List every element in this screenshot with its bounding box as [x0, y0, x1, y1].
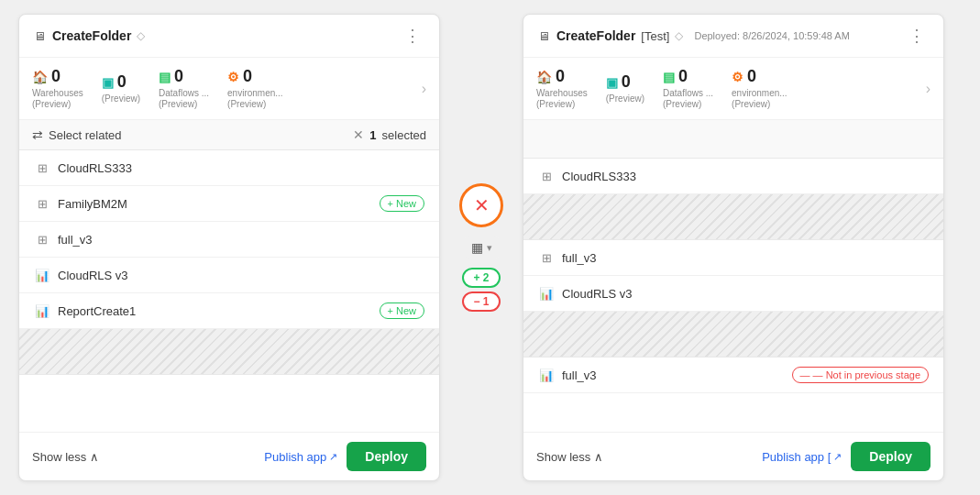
chevron-up-icon-left: ∧	[90, 450, 99, 464]
list-item[interactable]: 📊 CloudRLS v3	[19, 258, 439, 293]
item-name: CloudRLS333	[58, 161, 132, 175]
dataflows-icon-left: ▤	[159, 70, 171, 84]
deploy-button-left[interactable]: Deploy	[347, 442, 426, 471]
not-in-stage-label: — Not in previous stage	[813, 369, 920, 380]
right-panel-title-suffix: [Test]	[641, 29, 669, 43]
list-item[interactable]: ⊞ full_v3	[523, 240, 943, 276]
item-name: ReportCreate1	[58, 304, 136, 318]
plus-icon: +	[388, 305, 393, 316]
grid-icon: ⊞	[538, 249, 555, 266]
deploy-button-right[interactable]: Deploy	[851, 442, 930, 471]
left-panel-header: 🖥 CreateFolder ◇ ⋮	[19, 15, 439, 58]
show-less-button-right[interactable]: Show less ∧	[536, 450, 603, 464]
select-related-label: Select related	[49, 128, 122, 142]
env-icon-right: ⚙	[732, 70, 743, 84]
select-related-left: ⇄ Select related	[32, 127, 122, 142]
left-footer-right: Publish app ↗ Deploy	[264, 442, 426, 471]
right-list-items: ⊞ CloudRLS333 ⊞ full_v3 📊 CloudRLS v3	[523, 159, 943, 432]
item-name: full_v3	[562, 251, 597, 265]
selected-count: 1	[369, 128, 376, 142]
stat-preview-label-left: (Preview)	[102, 94, 140, 104]
list-item[interactable]: ⊞ CloudRLS333	[523, 159, 943, 194]
stat-preview-right: ▣ 0 (Preview)	[606, 72, 644, 104]
item-name: full_v3	[562, 368, 597, 382]
right-panel-menu-button[interactable]: ⋮	[903, 24, 930, 48]
stats-arrow-right[interactable]: ›	[926, 81, 930, 97]
publish-app-label-left: Publish app	[264, 450, 326, 464]
not-in-stage-badge: — — Not in previous stage	[792, 367, 929, 383]
list-item[interactable]: 📊 ReportCreate1 + New	[19, 293, 439, 329]
list-item[interactable]: ⊞ CloudRLS333	[19, 150, 439, 186]
add-badge: + 2	[462, 268, 500, 288]
right-panel-title-area: 🖥 CreateFolder [Test] ◇ Deployed: 8/26/2…	[536, 28, 850, 43]
stat-warehouses-left: 🏠 0 Warehouses(Preview)	[32, 67, 83, 110]
hatched-placeholder-right-2	[523, 312, 943, 358]
right-panel-footer: Show less ∧ Publish app [ ↗ Deploy	[523, 432, 943, 480]
select-related-bar: ⇄ Select related ✕ 1 selected	[19, 120, 439, 150]
show-less-button-left[interactable]: Show less ∧	[32, 450, 99, 464]
external-link-icon-left: ↗	[329, 451, 337, 463]
warehouse-icon-left: 🏠	[32, 70, 48, 84]
plus-icon: +	[388, 198, 393, 209]
diamond-icon-left: ◇	[137, 29, 145, 42]
left-panel-title: CreateFolder	[52, 28, 131, 43]
stat-preview-left: ▣ 0 (Preview)	[102, 72, 140, 104]
right-footer-right: Publish app [ ↗ Deploy	[762, 442, 930, 471]
bar-chart-icon: 📊	[34, 267, 50, 283]
stat-dataflows-label-right: Dataflows ...(Preview)	[663, 88, 713, 110]
stats-arrow-left[interactable]: ›	[422, 81, 426, 97]
clear-selection-button[interactable]: ✕	[353, 127, 364, 142]
stat-envs-label-left: environmen...(Preview)	[227, 88, 283, 110]
stat-dataflows-label-left: Dataflows ...(Preview)	[159, 88, 209, 110]
right-panel: 🖥 CreateFolder [Test] ◇ Deployed: 8/26/2…	[523, 14, 944, 481]
stat-warehouses-label-right: Warehouses(Preview)	[536, 88, 588, 110]
list-item[interactable]: ⊞ FamilyBM2M + New	[19, 186, 439, 222]
sync-circle: ✕	[459, 183, 503, 227]
external-link-icon-right: ↗	[833, 451, 842, 463]
stat-dataflows-right: ▤ 0 Dataflows ...(Preview)	[663, 67, 713, 110]
view-toggle-dropdown-icon[interactable]: ▾	[487, 242, 492, 254]
grid-icon: ⊞	[34, 160, 50, 176]
select-related-right: ✕ 1 selected	[353, 127, 426, 142]
item-name: CloudRLS333	[562, 170, 636, 183]
view-toggle[interactable]: ▦ ▾	[464, 236, 500, 258]
new-badge: + New	[380, 195, 424, 212]
preview-icon-right: ▣	[606, 75, 618, 90]
chevron-up-icon-right: ∧	[594, 450, 603, 464]
selected-label: selected	[382, 128, 426, 142]
diamond-icon-right: ◇	[675, 29, 683, 42]
right-panel-header: 🖥 CreateFolder [Test] ◇ Deployed: 8/26/2…	[523, 15, 943, 58]
stat-warehouses-right: 🏠 0 Warehouses(Preview)	[536, 67, 588, 110]
hatched-placeholder-left	[19, 329, 439, 375]
show-less-label-left: Show less	[32, 450, 86, 464]
item-name: full_v3	[58, 233, 93, 247]
bar-chart-icon: 📊	[538, 367, 555, 383]
list-item[interactable]: 📊 full_v3 — — Not in previous stage	[523, 358, 943, 393]
middle-connector: ✕ ▦ ▾ + 2 − 1	[440, 183, 523, 312]
stat-dataflows-left: ▤ 0 Dataflows ...(Preview)	[159, 67, 209, 110]
bar-chart-icon: 📊	[538, 285, 555, 302]
env-icon-left: ⚙	[227, 70, 239, 84]
left-panel-menu-button[interactable]: ⋮	[399, 24, 426, 48]
diff-badges: + 2 − 1	[462, 268, 500, 312]
dataflows-icon-right: ▤	[663, 70, 675, 84]
grid-icon: ⊞	[34, 231, 50, 248]
publish-app-link-right[interactable]: Publish app [ ↗	[762, 450, 842, 464]
publish-app-link-left[interactable]: Publish app ↗	[264, 450, 337, 464]
stat-envs-label-right: environmen...(Preview)	[732, 88, 787, 110]
list-item[interactable]: 📊 CloudRLS v3	[523, 276, 943, 312]
list-item[interactable]: ⊞ full_v3	[19, 222, 439, 258]
bar-chart-icon: 📊	[34, 302, 50, 319]
monitor-icon-right: 🖥	[536, 28, 551, 43]
sync-icon: ✕	[474, 194, 490, 216]
deploy-label-right: Deploy	[869, 449, 912, 464]
publish-app-label-right: Publish app [	[762, 450, 831, 464]
show-less-label-right: Show less	[536, 450, 590, 464]
grid-icon: ⊞	[34, 195, 50, 212]
view-toggle-icon: ▦	[471, 240, 483, 255]
warehouse-icon-right: 🏠	[536, 70, 552, 84]
left-panel-footer: Show less ∧ Publish app ↗ Deploy	[19, 432, 439, 480]
left-panel: 🖥 CreateFolder ◇ ⋮ 🏠 0 Warehouses(Previe…	[18, 14, 440, 481]
stat-preview-label-right: (Preview)	[606, 94, 644, 104]
item-name: CloudRLS v3	[58, 269, 128, 282]
